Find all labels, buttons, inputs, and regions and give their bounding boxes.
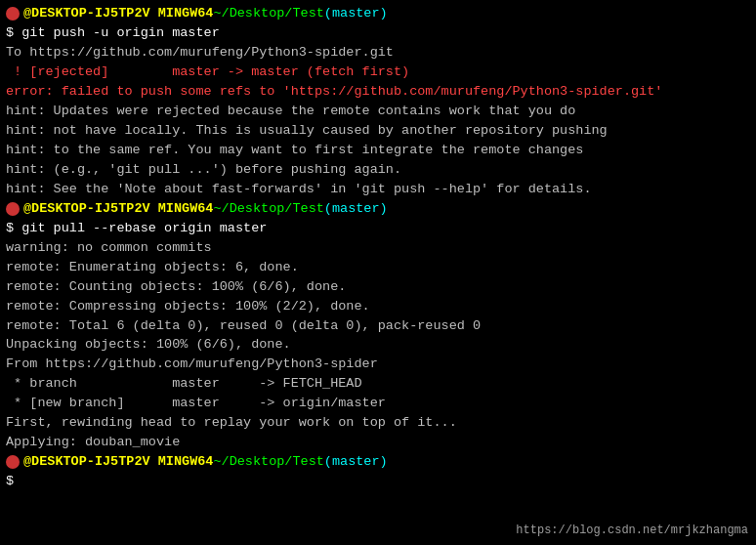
prompt-branch: (master) [324, 452, 388, 472]
prompt-icon [6, 7, 20, 21]
output-line: * [new branch] master -> origin/master [6, 394, 750, 413]
output-line: warning: no common commits [6, 238, 750, 258]
output-line: remote: Enumerating objects: 6, done. [6, 258, 750, 277]
hint-line: hint: (e.g., 'git pull ...') before push… [6, 160, 750, 180]
hint-line: hint: Updates were rejected because the … [6, 102, 750, 121]
prompt-line: @DESKTOP-IJ5TP2V MINGW64 ~/Desktop/Test … [6, 4, 750, 23]
hint-line: hint: to the same ref. You may want to f… [6, 141, 750, 160]
output-line: remote: Compressing objects: 100% (2/2),… [6, 297, 750, 316]
command-line: $ [6, 472, 750, 491]
output-line: Unpacking objects: 100% (6/6), done. [6, 335, 750, 355]
output-line: * branch master -> FETCH_HEAD [6, 374, 750, 394]
terminal-window: @DESKTOP-IJ5TP2V MINGW64 ~/Desktop/Test … [0, 0, 756, 545]
hint-line: hint: not have locally. This is usually … [6, 121, 750, 141]
prompt-host: @DESKTOP-IJ5TP2V MINGW64 [23, 4, 213, 23]
error-line: error: failed to push some refs to 'http… [6, 82, 750, 102]
prompt-path: ~/Desktop/Test [213, 452, 323, 472]
hint-line: hint: See the 'Note about fast-forwards'… [6, 180, 750, 199]
prompt-icon [6, 455, 20, 469]
output-line: remote: Counting objects: 100% (6/6), do… [6, 277, 750, 297]
output-line: Applying: douban_movie [6, 433, 750, 452]
watermark: https://blog.csdn.net/mrjkzhangma [516, 524, 748, 537]
prompt-path: ~/Desktop/Test [213, 199, 323, 219]
prompt-line: @DESKTOP-IJ5TP2V MINGW64 ~/Desktop/Test … [6, 452, 750, 472]
prompt-host: @DESKTOP-IJ5TP2V MINGW64 [23, 199, 213, 219]
prompt-branch: (master) [324, 4, 388, 23]
prompt-branch: (master) [324, 199, 388, 219]
output-line: From https://github.com/murufeng/Python3… [6, 355, 750, 374]
prompt-icon [6, 202, 20, 216]
command-line: $ git push -u origin master [6, 23, 750, 43]
prompt-host: @DESKTOP-IJ5TP2V MINGW64 [23, 452, 213, 472]
output-line: remote: Total 6 (delta 0), reused 0 (del… [6, 316, 750, 336]
output-line: To https://github.com/murufeng/Python3-s… [6, 43, 750, 63]
prompt-line: @DESKTOP-IJ5TP2V MINGW64 ~/Desktop/Test … [6, 199, 750, 219]
prompt-path: ~/Desktop/Test [213, 4, 323, 23]
rejected-line: ! [rejected] master -> master (fetch fir… [6, 63, 750, 82]
output-line: First, rewinding head to replay your wor… [6, 413, 750, 433]
command-line: $ git pull --rebase origin master [6, 219, 750, 238]
